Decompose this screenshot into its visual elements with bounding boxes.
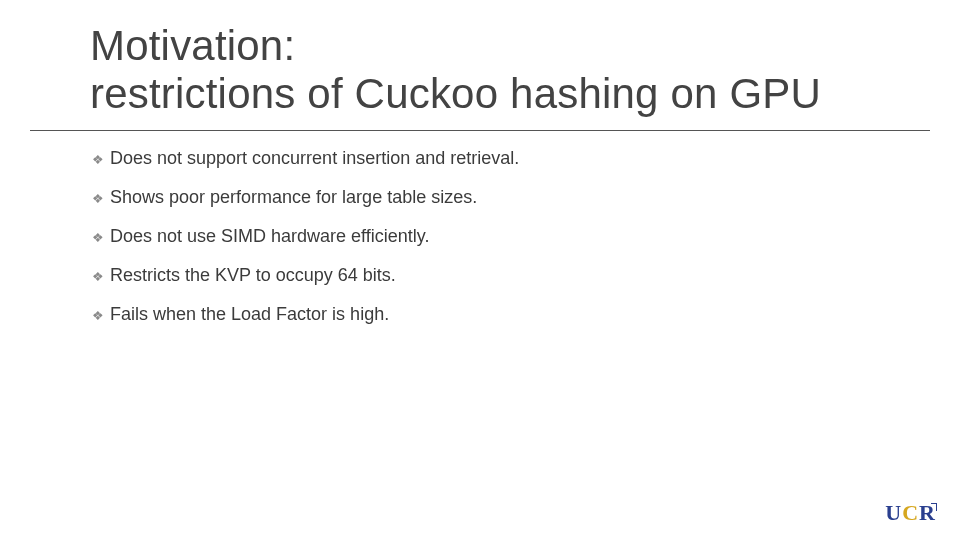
bullet-text: Fails when the Load Factor is high. [110, 304, 880, 325]
diamond-bullet-icon: ❖ [92, 308, 110, 323]
slide: { "title": { "line1": "Motivation:", "li… [0, 0, 960, 540]
diamond-bullet-icon: ❖ [92, 191, 110, 206]
list-item: ❖ Does not support concurrent insertion … [92, 148, 880, 169]
title-line-2: restrictions of Cuckoo hashing on GPU [90, 70, 821, 117]
bullet-text: Does not use SIMD hardware efficiently. [110, 226, 880, 247]
bullet-list: ❖ Does not support concurrent insertion … [92, 148, 880, 343]
title-line-1: Motivation: [90, 22, 295, 69]
title-underline [30, 130, 930, 131]
bullet-text: Restricts the KVP to occupy 64 bits. [110, 265, 880, 286]
diamond-bullet-icon: ❖ [92, 230, 110, 245]
logo-letter-u: U [885, 500, 902, 525]
slide-title: Motivation: restrictions of Cuckoo hashi… [90, 22, 900, 119]
list-item: ❖ Fails when the Load Factor is high. [92, 304, 880, 325]
logo-letter-c: C [902, 500, 919, 525]
logo-letter-r: R [919, 500, 936, 525]
list-item: ❖ Shows poor performance for large table… [92, 187, 880, 208]
list-item: ❖ Does not use SIMD hardware efficiently… [92, 226, 880, 247]
bullet-text: Shows poor performance for large table s… [110, 187, 880, 208]
bullet-text: Does not support concurrent insertion an… [110, 148, 880, 169]
diamond-bullet-icon: ❖ [92, 152, 110, 167]
ucr-logo: UCR [885, 500, 936, 526]
list-item: ❖ Restricts the KVP to occupy 64 bits. [92, 265, 880, 286]
diamond-bullet-icon: ❖ [92, 269, 110, 284]
